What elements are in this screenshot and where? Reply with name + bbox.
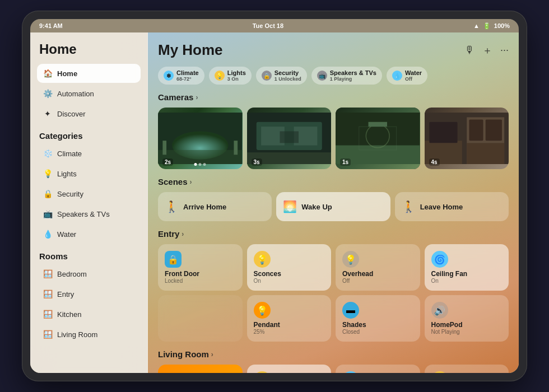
speakers-pill-content: Speakers & TVs 1 Playing [330, 69, 376, 82]
overhead-name: Overhead [342, 270, 413, 278]
homepod-name: HomePod [431, 321, 503, 329]
battery-icon: 🔋 [483, 22, 491, 30]
living-room-section: Living Room › 68° Thermostat Heating to … [158, 349, 509, 373]
scenes-section-header[interactable]: Scenes › [158, 177, 509, 186]
lights-icon: 💡 [43, 169, 53, 179]
speakers-pill[interactable]: 📺 Speakers & TVs 1 Playing [311, 67, 382, 85]
ipad-screen: 9:41 AM Tue Oct 18 ▲ 🔋 100% Home 🏠 Home … [30, 19, 519, 373]
entry-device-grid: 🔒 Front Door Locked 💡 [158, 244, 509, 342]
svg-rect-22 [467, 143, 504, 164]
categories-header: Categories [39, 131, 141, 141]
sidebar-lights-label: Lights [57, 170, 77, 178]
sidebar-item-bedroom[interactable]: 🪟 Bedroom [37, 264, 141, 283]
entry-room-section: Entry › 🔒 Front Door Locked [158, 229, 509, 342]
living-room-device-grid: 68° Thermostat Heating to 70 💡 [158, 365, 509, 373]
lights-pill-icon: 💡 [215, 71, 225, 81]
sidebar-security-label: Security [57, 190, 83, 198]
device-thermostat[interactable]: 68° Thermostat Heating to 70 [158, 365, 243, 373]
camera-pool[interactable]: 2s [158, 108, 243, 169]
thermostat-temp: 68° [165, 371, 236, 373]
entry-section-header[interactable]: Entry › [158, 229, 509, 239]
cameras-section-header[interactable]: Cameras › [158, 92, 509, 102]
sidebar-item-living-room[interactable]: 🪟 Living Room [37, 325, 141, 344]
sidebar-item-automation[interactable]: ⚙️ Automation [37, 84, 141, 103]
device-front-door[interactable]: 🔒 Front Door Locked [158, 244, 243, 291]
device-ceiling-lights[interactable]: 💡 Ceiling Lights 90% [247, 365, 332, 373]
front-door-name: Front Door [165, 270, 236, 278]
home-icon: 🏠 [43, 68, 53, 78]
sidebar-item-water[interactable]: 💧 Water [37, 225, 141, 244]
sidebar-item-security[interactable]: 🔒 Security [37, 184, 141, 203]
leave-home-icon: 🚶 [402, 200, 416, 213]
device-homepod[interactable]: 🔊 HomePod Not Playing [425, 295, 509, 342]
scenes-chevron: › [190, 178, 192, 186]
living-room-section-header[interactable]: Living Room › [158, 349, 509, 359]
security-pill[interactable]: 🔒 Security 1 Unlocked [256, 67, 307, 85]
shades-name: Shades [342, 321, 413, 329]
cameras-label: Cameras [158, 92, 193, 102]
sidebar-water-label: Water [57, 230, 76, 239]
sidebar-item-climate[interactable]: ❄️ Climate [37, 144, 141, 163]
status-time: 9:41 AM [39, 22, 63, 29]
scenes-row: 🚶 Arrive Home 🌅 Wake Up 🚶 Leave Home [158, 192, 509, 221]
camera-garage2[interactable]: 1s [336, 108, 420, 169]
svg-rect-10 [280, 131, 298, 143]
sconces-name: Sconces [254, 270, 325, 278]
overhead-icon: 💡 [342, 251, 359, 268]
sidebar-item-discover[interactable]: ✦ Discover [37, 104, 141, 123]
lights-pill[interactable]: 💡 Lights 3 On [209, 67, 252, 85]
page-title: My Home [158, 41, 223, 59]
camera-living[interactable]: 4s [425, 108, 509, 169]
device-accent-lights[interactable]: 💡 Accent Lights Off [425, 365, 509, 373]
water-pill-icon: 💧 [392, 71, 402, 81]
pendant-status: 25% [254, 329, 325, 335]
device-pendant[interactable]: 💡 Pendant 25% [247, 295, 332, 342]
shades-icon: ▬ [342, 302, 359, 319]
scene-arrive-home[interactable]: 🚶 Arrive Home [158, 192, 272, 221]
status-right: ▲ 🔋 100% [473, 22, 510, 30]
svg-rect-18 [429, 122, 457, 143]
scene-wake-up[interactable]: 🌅 Wake Up [276, 192, 390, 221]
scene-leave-home[interactable]: 🚶 Leave Home [395, 192, 509, 221]
sidebar-discover-label: Discover [57, 110, 86, 118]
device-shades[interactable]: ▬ Shades Closed [336, 295, 420, 342]
device-sconces[interactable]: 💡 Sconces On [247, 244, 332, 291]
ceiling-fan-status: On [431, 278, 503, 284]
water-pill[interactable]: 💧 Water Off [387, 67, 427, 85]
climate-pill-content: Climate 68-72° [176, 69, 199, 82]
ipad-shell: 9:41 AM Tue Oct 18 ▲ 🔋 100% Home 🏠 Home … [22, 11, 527, 381]
sidebar-item-entry[interactable]: 🪟 Entry [37, 284, 141, 304]
camera-strip: 2s [158, 108, 509, 169]
content-area: My Home 🎙 ＋ ··· ❄ Climate 68-72° [148, 32, 519, 373]
header-actions: 🎙 ＋ ··· [464, 44, 509, 57]
sidebar-item-home[interactable]: 🏠 Home [37, 64, 141, 83]
device-overhead[interactable]: 💡 Overhead Off [336, 244, 420, 291]
ceiling-lights-icon: 💡 [254, 371, 271, 373]
sidebar-item-speakers[interactable]: 📺 Speakers & TVs [37, 204, 141, 223]
sidebar-climate-label: Climate [57, 150, 82, 158]
entry-label: Entry [158, 229, 179, 239]
climate-icon: ❄️ [43, 148, 53, 158]
climate-pill[interactable]: ❄ Climate 68-72° [158, 67, 204, 85]
mic-icon[interactable]: 🎙 [464, 44, 474, 56]
speakers-pill-icon: 📺 [317, 71, 327, 81]
add-icon[interactable]: ＋ [482, 44, 492, 57]
svg-rect-15 [369, 122, 387, 127]
ceiling-fan-name: Ceiling Fan [431, 270, 503, 278]
front-door-icon: 🔒 [165, 251, 182, 268]
device-empty [158, 295, 243, 342]
sidebar-automation-label: Automation [57, 90, 94, 98]
camera-garage[interactable]: 3s [247, 108, 332, 169]
svg-rect-4 [234, 141, 238, 155]
homepod-icon: 🔊 [431, 302, 448, 319]
more-icon[interactable]: ··· [500, 44, 509, 56]
sidebar-bedroom-label: Bedroom [57, 270, 87, 278]
living-room-chevron: › [211, 351, 213, 358]
svg-rect-21 [485, 120, 501, 141]
sconces-status: On [254, 278, 325, 284]
device-smart-fan[interactable]: 🌀 Smart Fan Off [336, 365, 420, 373]
sidebar-item-kitchen[interactable]: 🪟 Kitchen [37, 305, 141, 324]
device-ceiling-fan[interactable]: 🌀 Ceiling Fan On [425, 244, 509, 291]
sidebar-item-lights[interactable]: 💡 Lights [37, 164, 141, 183]
sidebar: Home 🏠 Home ⚙️ Automation ✦ Discover Cat… [30, 32, 148, 373]
